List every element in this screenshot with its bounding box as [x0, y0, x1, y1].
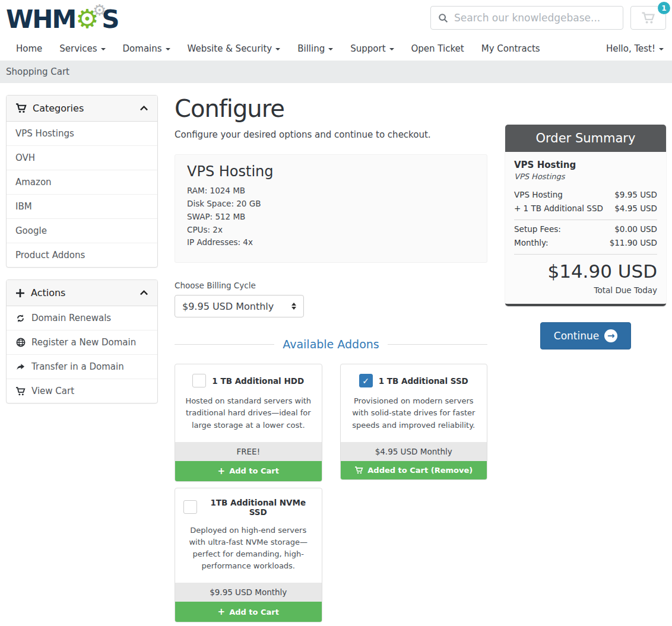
nav-item-services[interactable]: Services [59, 43, 105, 54]
arrow-right-circle-icon: → [604, 329, 617, 342]
addons-grid: 1 TB Additional HDD Hosted on standard s… [175, 364, 487, 622]
globe-icon [15, 338, 26, 347]
available-addons-heading: Available Addons [175, 338, 487, 351]
order-summary-panel: Order Summary VPS Hosting VPS Hostings V… [505, 125, 666, 306]
addon-checkbox[interactable] [183, 500, 197, 514]
continue-wrap: Continue → [505, 322, 666, 349]
right-column: Order Summary VPS Hosting VPS Hostings V… [504, 95, 666, 626]
sidebar-item-ovh[interactable]: OVH [7, 146, 157, 170]
plus-icon: + [218, 466, 226, 476]
actions-panel-header[interactable]: Actions [7, 280, 157, 306]
divider [514, 220, 657, 220]
content: Categories VPS Hostings OVH Amazon IBM G… [0, 83, 672, 626]
chevron-down-icon [659, 48, 664, 50]
addon-price: $4.95 USD Monthly [341, 442, 487, 461]
addon-checkbox[interactable] [359, 374, 373, 387]
cart-button[interactable]: 1 [630, 6, 666, 30]
summary-product-name: VPS Hosting [514, 160, 657, 170]
categories-title: Categories [33, 103, 84, 114]
summary-setup-fees: Setup Fees: $0.00 USD [514, 224, 657, 234]
chevron-down-icon [101, 48, 106, 50]
addon-card-hdd: 1 TB Additional HDD Hosted on standard s… [175, 364, 322, 481]
addon-name: 1TB Additional NVMe SSD [203, 498, 313, 517]
page-header: WHM ⚙ ⚙ S 1 [0, 0, 672, 38]
addon-checkbox[interactable] [192, 374, 206, 387]
nav-item-support[interactable]: Support [350, 43, 394, 54]
gear-icon: ⚙ [75, 6, 99, 32]
addon-body: 1 TB Additional HDD Hosted on standard s… [175, 364, 322, 441]
logo-gear-group: ⚙ ⚙ [75, 5, 103, 34]
chevron-down-icon [275, 48, 280, 50]
product-spec-disk: Disk Space: 20 GB [187, 198, 475, 211]
product-info-panel: VPS Hosting RAM: 1024 MB Disk Space: 20 … [175, 154, 487, 263]
sidebar-item-transfer-domain[interactable]: Transfer in a Domain [7, 355, 157, 379]
sidebar-item-google[interactable]: Google [7, 219, 157, 243]
nav-item-my-contracts[interactable]: My Contracts [481, 43, 540, 54]
plus-icon [15, 288, 25, 298]
add-to-cart-button[interactable]: + Add to Cart [175, 461, 322, 481]
nav-item-domains[interactable]: Domains [123, 43, 170, 54]
product-spec-cpus: CPUs: 2x [187, 224, 475, 237]
whmcs-logo[interactable]: WHM ⚙ ⚙ S [6, 5, 119, 34]
page-title: Configure [175, 95, 487, 122]
divider [514, 254, 657, 255]
actions-panel: Actions Domain Renewals Register a New D… [6, 279, 158, 403]
sidebar-item-amazon[interactable]: Amazon [7, 170, 157, 195]
sidebar-item-vps-hostings[interactable]: VPS Hostings [7, 122, 157, 146]
header-right: 1 [430, 5, 666, 30]
addon-name: 1 TB Additional HDD [212, 376, 304, 386]
addon-description: Deployed on high-end servers with ultra-… [183, 525, 313, 573]
page-subtitle: Configure your desired options and conti… [175, 129, 487, 140]
add-to-cart-button[interactable]: + Add to Cart [175, 602, 322, 622]
continue-button[interactable]: Continue → [540, 322, 631, 349]
addon-price: $9.95 USD Monthly [175, 583, 322, 602]
nav-item-home[interactable]: Home [16, 43, 42, 54]
sidebar-item-register-domain[interactable]: Register a New Domain [7, 331, 157, 355]
summary-monthly: Monthly: $11.90 USD [514, 238, 657, 247]
summary-total-label: Total Due Today [514, 285, 657, 295]
summary-total: $14.90 USD [514, 260, 657, 282]
categories-panel: Categories VPS Hostings OVH Amazon IBM G… [6, 95, 158, 268]
nav-item-website-security[interactable]: Website & Security [188, 43, 281, 54]
sidebar-item-product-addons[interactable]: Product Addons [7, 243, 157, 267]
order-summary-title: Order Summary [505, 125, 666, 152]
billing-cycle-value: $9.95 USD Monthly [182, 301, 274, 312]
nav-item-billing[interactable]: Billing [297, 43, 333, 54]
search-icon [438, 13, 448, 23]
knowledgebase-search [430, 6, 623, 30]
order-summary-body: VPS Hosting VPS Hostings VPS Hosting $9.… [505, 152, 666, 306]
breadcrumb: Shopping Cart [0, 61, 672, 83]
addon-card-ssd: 1 TB Additional SSD Provisioned on moder… [340, 364, 488, 479]
addon-body: 1TB Additional NVMe SSD Deployed on high… [175, 488, 322, 583]
search-input[interactable] [454, 12, 616, 24]
sidebar-item-ibm[interactable]: IBM [7, 195, 157, 219]
cart-count-badge: 1 [658, 2, 670, 14]
nav-item-open-ticket[interactable]: Open Ticket [411, 43, 464, 54]
added-to-cart-button[interactable]: Added to Cart (Remove) [341, 461, 487, 479]
product-name: VPS Hosting [187, 163, 475, 180]
select-arrows-icon [291, 303, 296, 310]
cart-icon [15, 387, 26, 396]
chevron-down-icon [166, 48, 170, 50]
chevron-down-icon [328, 48, 333, 50]
cart-icon [15, 103, 27, 113]
chevron-up-icon[interactable] [140, 104, 148, 112]
chevron-up-icon[interactable] [140, 289, 148, 297]
sidebar-item-view-cart[interactable]: View Cart [7, 379, 157, 403]
billing-cycle-select[interactable]: $9.95 USD Monthly [175, 295, 304, 317]
main-column: Configure Configure your desired options… [175, 95, 487, 626]
sidebar-item-domain-renewals[interactable]: Domain Renewals [7, 306, 157, 331]
addon-description: Provisioned on modern servers with solid… [349, 395, 479, 431]
addon-body: 1 TB Additional SSD Provisioned on moder… [341, 364, 487, 441]
product-spec-swap: SWAP: 512 MB [187, 211, 475, 224]
main-nav: Home Services Domains Website & Security… [0, 38, 672, 61]
categories-panel-header[interactable]: Categories [7, 96, 157, 122]
actions-title: Actions [31, 287, 65, 298]
addon-description: Hosted on standard servers with traditio… [183, 395, 313, 431]
account-menu[interactable]: Hello, Test! [606, 43, 664, 54]
chevron-down-icon [389, 48, 394, 50]
summary-product-group: VPS Hostings [514, 172, 657, 181]
refresh-icon [15, 314, 26, 323]
summary-line: + 1 TB Additional SSD $4.95 USD [514, 204, 657, 213]
cart-icon [641, 12, 655, 24]
